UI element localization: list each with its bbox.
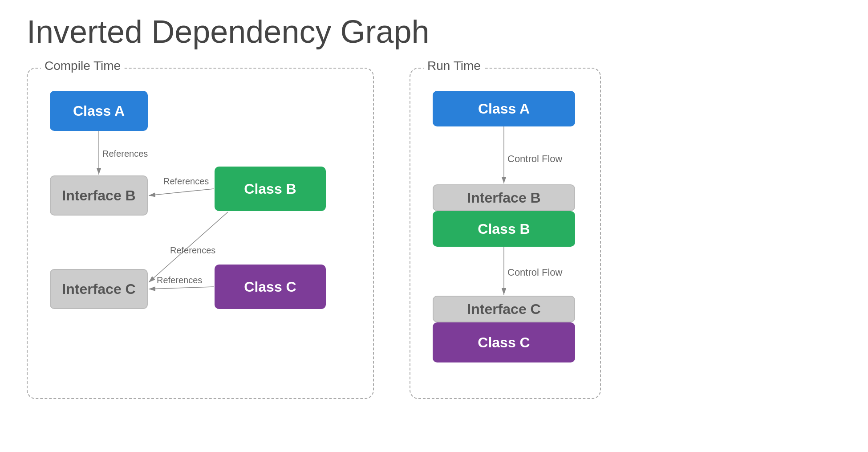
ct-arrow-cb-ib-label: References [163,176,209,186]
run-time-label: Run Time [424,59,484,73]
run-time-box: Run Time Class A Interface B Class B Int… [410,68,601,399]
rt-class-b-node: Class B [433,211,575,247]
svg-line-2 [149,189,214,195]
rt-arrow-b-ic-label: Control Flow [507,267,563,278]
rt-class-a-node: Class A [433,91,575,126]
ct-arrow-a-ib-label: References [102,149,148,159]
diagrams-container: Compile Time Class A Interface B Class B… [0,59,868,408]
svg-line-4 [149,287,214,289]
ct-class-a-node: Class A [50,91,148,131]
ct-interface-b-node: Interface B [50,175,148,216]
page-title: Inverted Dependency Graph [0,0,868,59]
compile-time-label: Compile Time [41,59,124,73]
compile-time-arrows: References References References Referen… [50,91,353,376]
compile-time-box: Compile Time Class A Interface B Class B… [27,68,374,399]
ct-arrow-cc-ic-label: References [157,275,202,285]
rt-interface-c-node: Interface C [433,296,575,322]
rt-arrow-a-ib-label: Control Flow [507,153,563,164]
ct-class-c-node: Class C [215,265,326,309]
rt-class-c-node: Class C [433,322,575,362]
compile-layout: Class A Interface B Class B Interface C … [50,91,353,376]
ct-interface-c-node: Interface C [50,269,148,309]
ct-class-b-node: Class B [215,167,326,211]
runtime-layout: Class A Interface B Class B Interface C … [433,91,575,376]
rt-interface-b-node: Interface B [433,184,575,211]
ct-arrow-cb-ic-label: References [170,245,215,255]
